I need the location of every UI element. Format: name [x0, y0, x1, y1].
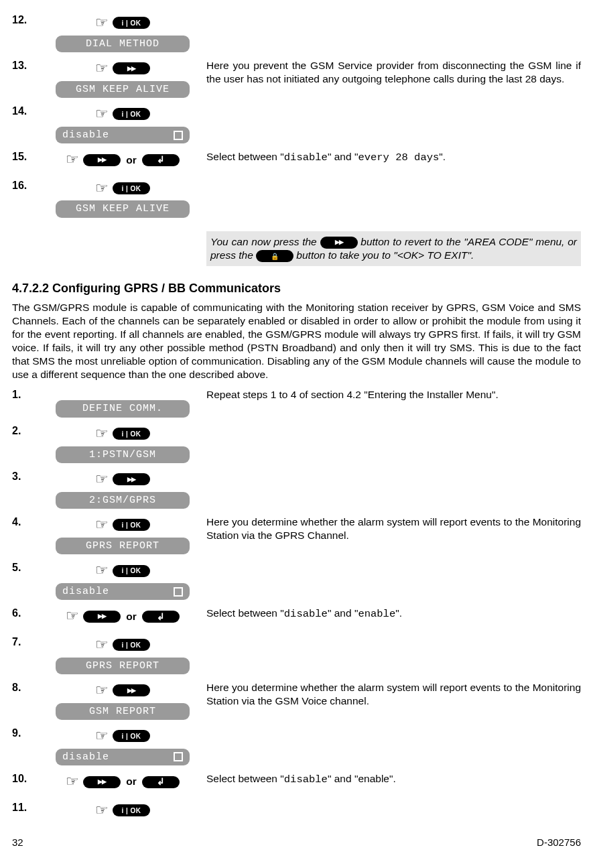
forward-key-icon [113, 684, 150, 696]
hand-icon: ☞ [95, 561, 109, 580]
display-gsm-report: GSM REPORT [56, 703, 190, 721]
ok-key-icon: i | OK [113, 17, 150, 29]
step-num: 3. [12, 470, 39, 509]
hand-icon: ☞ [95, 105, 109, 124]
step-15: 15. ☞ or Select between "disable" and "e… [12, 150, 581, 172]
doc-number: D-302756 [537, 836, 581, 849]
forward-key-icon [113, 62, 150, 74]
step-13: 13. ☞ GSM KEEP ALIVE Here you prevent th… [12, 59, 581, 98]
step-8: 8. ☞ GSM REPORT Here you determine wheth… [12, 681, 581, 720]
display-pstn-gsm: 1:PSTN/GSM [56, 446, 190, 464]
hand-icon: ☞ [95, 515, 109, 535]
step-10: 10. ☞ or Select between "disable" and "e… [12, 772, 581, 794]
hand-icon: ☞ [95, 681, 109, 700]
step-description: Select between "disable" and "enable". [206, 772, 581, 794]
step-2: 2. ☞ i | OK 1:PSTN/GSM [12, 424, 581, 463]
section-body: The GSM/GPRS module is capable of commun… [12, 301, 581, 382]
cursor-icon [174, 752, 183, 761]
hand-icon: ☞ [95, 470, 109, 489]
step-num: 5. [12, 561, 39, 600]
step-num: 1. [12, 388, 39, 418]
forward-key-icon [83, 776, 121, 788]
step-3: 3. ☞ 2:GSM/GPRS [12, 470, 581, 509]
cursor-icon [174, 131, 183, 140]
step-12: 12. ☞ i | OK DIAL METHOD [12, 13, 581, 52]
ok-key-icon: i | OK [113, 182, 150, 194]
step-num: 14. [12, 105, 39, 143]
step-num: 8. [12, 681, 39, 720]
step-num: 12. [12, 13, 39, 52]
display-disable: disable [56, 749, 190, 766]
step-14: 14. ☞ i | OK disable [12, 105, 581, 143]
step-4: 4. ☞ i | OK GPRS REPORT Here you determi… [12, 515, 581, 554]
display-gsm-gprs: 2:GSM/GPRS [56, 492, 190, 509]
lock-key-icon [256, 250, 293, 262]
display-gsm-keep-alive: GSM KEEP ALIVE [56, 81, 190, 99]
hand-icon: ☞ [66, 607, 79, 626]
display-gprs-report: GPRS REPORT [56, 538, 190, 555]
forward-key-icon [83, 611, 121, 623]
step-description: Here you prevent the GSM Service provide… [206, 59, 581, 98]
forward-key-icon [113, 473, 150, 485]
hand-icon: ☞ [95, 59, 109, 78]
step-7: 7. ☞ i | OK GPRS REPORT [12, 635, 581, 674]
step-description: Here you determine whether the alarm sys… [206, 681, 581, 720]
step-9: 9. ☞ i | OK disable [12, 727, 581, 765]
display-gprs-report: GPRS REPORT [56, 658, 190, 675]
or-label: or [126, 610, 137, 623]
page-footer: 32 D-302756 [12, 836, 581, 849]
page-number: 32 [12, 836, 23, 849]
step-5: 5. ☞ i | OK disable [12, 561, 581, 600]
step-num: 10. [12, 772, 39, 794]
or-label: or [126, 775, 137, 788]
back-key-icon [142, 154, 180, 166]
step-description: Here you determine whether the alarm sys… [206, 515, 581, 554]
hand-icon: ☞ [95, 727, 109, 746]
step-num: 16. [12, 179, 39, 218]
step-description: Repeat steps 1 to 4 of section 4.2 "Ente… [206, 388, 581, 418]
ok-key-icon: i | OK [113, 639, 150, 651]
cursor-icon [174, 587, 183, 597]
ok-key-icon: i | OK [113, 108, 150, 120]
display-define-comm: DEFINE COMM. [56, 400, 190, 418]
forward-key-icon [83, 154, 121, 166]
step-11: 11. ☞ i | OK [12, 801, 581, 823]
note-bar: You can now press the button to revert t… [206, 231, 581, 266]
step-num: 11. [12, 801, 39, 823]
display-text: disable [62, 751, 109, 764]
hand-icon: ☞ [95, 635, 109, 655]
step-num: 6. [12, 607, 39, 629]
display-text: disable [62, 129, 109, 142]
step-num: 7. [12, 635, 39, 674]
display-gsm-keep-alive: GSM KEEP ALIVE [56, 200, 190, 218]
or-label: or [126, 153, 137, 167]
hand-icon: ☞ [95, 424, 109, 444]
note-row: You can now press the button to revert t… [12, 225, 581, 266]
display-dial-method: DIAL METHOD [56, 36, 190, 53]
step-num: 15. [12, 150, 39, 172]
hand-icon: ☞ [66, 772, 79, 792]
step-num: 4. [12, 515, 39, 554]
display-disable: disable [56, 127, 190, 144]
step-description: Select between "disable" and "every 28 d… [206, 150, 581, 172]
section-heading: 4.7.2.2 Configuring GPRS / BB Communicat… [12, 281, 581, 296]
controls: ☞ i | OK DIAL METHOD [39, 13, 206, 52]
ok-key-icon: i | OK [113, 730, 150, 742]
step-16: 16. ☞ i | OK GSM KEEP ALIVE [12, 179, 581, 218]
hand-icon: ☞ [95, 801, 109, 820]
step-num: 2. [12, 424, 39, 463]
display-disable: disable [56, 583, 190, 601]
ok-key-icon: i | OK [113, 565, 150, 577]
step-description: Select between "disable" and "enable". [206, 607, 581, 629]
ok-key-icon: i | OK [113, 428, 150, 440]
hand-icon: ☞ [95, 179, 109, 198]
display-text: disable [62, 585, 109, 599]
back-key-icon [142, 611, 180, 623]
back-key-icon [142, 776, 180, 788]
hand-icon: ☞ [95, 13, 109, 33]
step-num: 9. [12, 727, 39, 765]
ok-key-icon: i | OK [113, 804, 150, 816]
ok-key-icon: i | OK [113, 519, 150, 531]
hand-icon: ☞ [66, 150, 79, 170]
step-6: 6. ☞ or Select between "disable" and "en… [12, 607, 581, 629]
